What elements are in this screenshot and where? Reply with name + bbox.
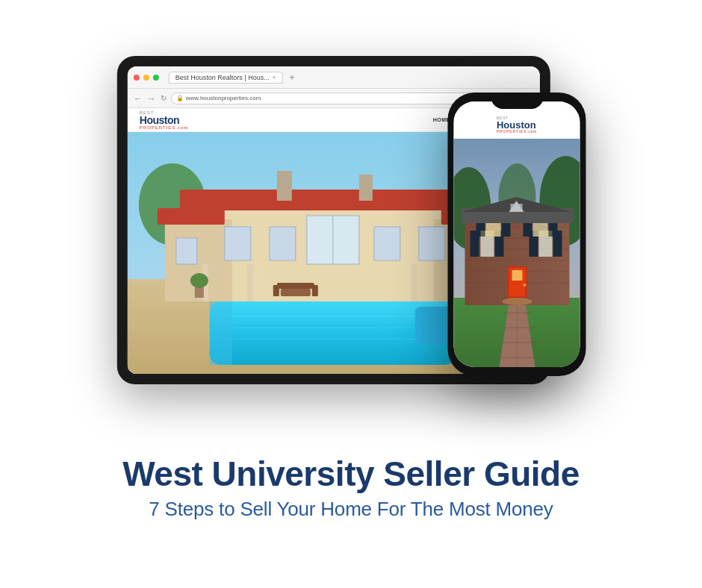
phone-hero <box>454 139 580 367</box>
browser-dot-yellow <box>143 75 149 81</box>
svg-rect-80 <box>539 231 553 257</box>
phone-notch <box>491 93 543 109</box>
text-section: West University Seller Guide 7 Steps to … <box>0 440 702 528</box>
svg-rect-71 <box>502 222 511 237</box>
svg-rect-13 <box>180 190 494 210</box>
svg-rect-36 <box>415 307 453 344</box>
browser-refresh-button[interactable]: ↻ <box>161 94 167 102</box>
svg-rect-72 <box>524 222 532 237</box>
svg-rect-81 <box>486 222 501 237</box>
svg-rect-16 <box>277 171 292 201</box>
svg-point-82 <box>503 298 532 305</box>
logo-houston-text: Houston <box>140 115 179 125</box>
svg-point-78 <box>524 284 526 287</box>
browser-forward-button[interactable]: → <box>147 93 156 104</box>
svg-rect-24 <box>176 238 197 264</box>
devices-container: Best Houston Realtors | Hous... × + ← → … <box>0 0 702 440</box>
svg-point-38 <box>190 273 208 288</box>
browser-url: www.houstonproperties.com <box>186 95 261 101</box>
svg-rect-18 <box>225 227 251 260</box>
website-logo: BEST Houston PROPERTIES.com <box>140 110 189 130</box>
svg-rect-28 <box>411 264 417 301</box>
browser-lock-icon: 🔒 <box>176 95 184 101</box>
main-title: West University Seller Guide <box>30 455 672 493</box>
browser-new-tab-button[interactable]: + <box>289 72 294 83</box>
phone-screen: BEST Houston PROPERTIES.com <box>454 101 580 367</box>
phone-hero-illustration <box>454 139 580 367</box>
browser-tab[interactable]: Best Houston Realtors | Hous... × <box>169 72 283 84</box>
sub-title: 7 Steps to Sell Your Home For The Most M… <box>30 498 672 521</box>
svg-rect-44 <box>281 289 311 296</box>
svg-rect-77 <box>512 270 523 281</box>
browser-tab-bar: Best Houston Realtors | Hous... × + <box>128 66 540 89</box>
svg-rect-43 <box>312 285 318 296</box>
phone-logo-properties: PROPERTIES.com <box>497 130 537 134</box>
svg-rect-19 <box>270 227 296 260</box>
svg-rect-41 <box>277 283 314 289</box>
browser-tab-close[interactable]: × <box>273 74 276 81</box>
svg-rect-27 <box>247 264 253 301</box>
phone-device: BEST Houston PROPERTIES.com <box>448 93 586 376</box>
logo-properties-text: PROPERTIES.com <box>140 125 189 130</box>
svg-rect-86 <box>511 204 523 211</box>
svg-rect-42 <box>273 285 279 296</box>
browser-dot-green <box>153 75 159 81</box>
svg-rect-34 <box>210 301 232 365</box>
browser-dot-red <box>134 75 140 81</box>
browser-tab-label: Best Houston Realtors | Hous... <box>176 74 270 81</box>
svg-rect-20 <box>374 227 400 260</box>
svg-rect-14 <box>158 208 225 225</box>
browser-back-button[interactable]: ← <box>134 93 143 104</box>
svg-rect-17 <box>359 175 373 201</box>
svg-rect-21 <box>419 227 445 260</box>
phone-logo: BEST Houston PROPERTIES.com <box>497 116 537 134</box>
